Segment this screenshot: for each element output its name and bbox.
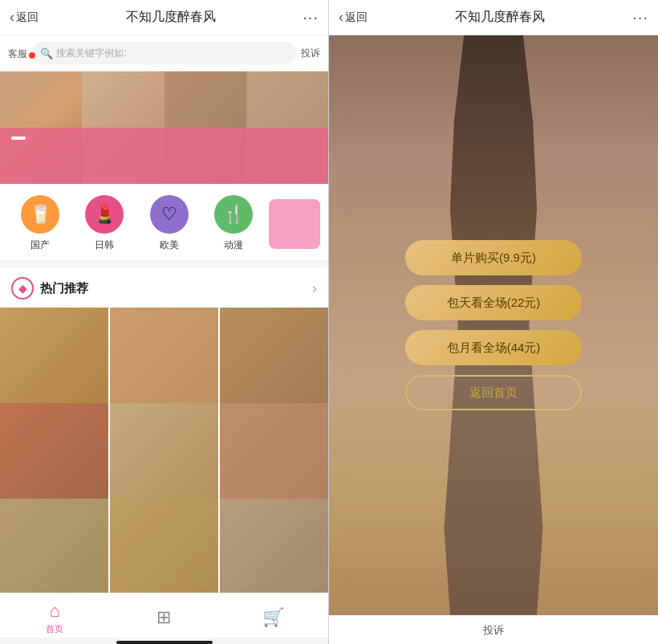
content-grid (0, 308, 328, 593)
category-label-domestic: 国产 (30, 238, 50, 252)
category-item-western[interactable]: ♡ 欧美 (136, 195, 201, 252)
home-tab-label: 首页 (46, 623, 63, 635)
notification-dot (29, 52, 35, 59)
grid-cell-1[interactable] (0, 308, 108, 416)
left-back-label: 返回 (16, 10, 39, 25)
category-icon-anime: 🍴 (214, 195, 253, 234)
left-nav-more[interactable]: ··· (303, 8, 319, 26)
category-tab-icon: ⊞ (156, 607, 171, 628)
right-nav-more[interactable]: ··· (632, 8, 648, 26)
return-home-label: 返回首页 (469, 385, 518, 401)
right-nav-bar: ‹ 返回 不知几度醉春风 ··· (329, 0, 658, 35)
banner-area (0, 71, 328, 184)
left-nav-bar: ‹ 返回 不知几度醉春风 ··· (0, 0, 328, 35)
banner-pink-overlay (0, 128, 328, 184)
tab-category[interactable]: ⊞ (109, 602, 218, 630)
customer-service-label[interactable]: 客服 (8, 48, 27, 59)
tab-bar: ⌂ 首页 ⊞ 🛒 (0, 593, 328, 638)
category-icon-western: ♡ (150, 195, 189, 234)
right-bottom-bar: 投诉 (329, 615, 658, 644)
return-home-button[interactable]: 返回首页 (405, 375, 582, 410)
monthly-purchase-button[interactable]: 包月看全场(44元) (405, 330, 582, 365)
section-title-text: 热门推荐 (40, 281, 88, 296)
grid-cell-9[interactable] (220, 499, 328, 593)
section-header: ◆ 热门推荐 › (0, 267, 328, 308)
left-back-chevron: ‹ (10, 9, 14, 26)
right-phone: ‹ 返回 不知几度醉春风 ··· 单片购买(9.9元) 包天看全场(22元) 包… (329, 0, 658, 644)
category-label-western: 欧美 (160, 238, 179, 252)
search-placeholder: 搜索关键字例如: (56, 47, 126, 60)
category-item-japanese[interactable]: 💄 日韩 (72, 195, 136, 252)
section-title-row: ◆ 热门推荐 (11, 277, 88, 300)
right-back-chevron: ‹ (339, 9, 343, 26)
left-nav-title: 不知几度醉春风 (126, 9, 216, 26)
right-main-content: 单片购买(9.9元) 包天看全场(22元) 包月看全场(44元) 返回首页 (329, 35, 658, 615)
cart-tab-icon: 🛒 (262, 607, 284, 628)
category-row: 🥛 国产 💄 日韩 ♡ 欧美 🍴 动漫 (0, 184, 328, 261)
home-indicator-bar (116, 641, 213, 644)
category-pink-box (269, 199, 320, 249)
grid-cell-6[interactable] (220, 403, 328, 512)
home-tab-icon: ⌂ (50, 601, 60, 622)
left-back-button[interactable]: ‹ 返回 (10, 9, 39, 26)
right-complaint-label[interactable]: 投诉 (483, 623, 504, 638)
right-back-label: 返回 (345, 10, 368, 25)
category-item-anime[interactable]: 🍴 动漫 (201, 195, 266, 252)
grid-cell-8[interactable] (110, 499, 218, 593)
diamond-icon: ◆ (11, 277, 34, 300)
category-icon-domestic: 🥛 (21, 195, 59, 234)
grid-cell-7[interactable] (0, 499, 108, 593)
left-phone: ‹ 返回 不知几度醉春风 ··· 客服 🔍 搜索关键字例如: 投诉 🥛 (0, 0, 329, 644)
category-label-anime: 动漫 (224, 238, 243, 252)
tab-home[interactable]: ⌂ 首页 (0, 596, 109, 635)
grid-cell-2[interactable] (110, 308, 218, 416)
tab-cart[interactable]: 🛒 (219, 602, 328, 630)
top-complaint-button[interactable]: 投诉 (301, 47, 320, 60)
right-nav-title: 不知几度醉春风 (455, 9, 545, 26)
category-icon-japanese: 💄 (85, 195, 124, 234)
search-bar-row: 客服 🔍 搜索关键字例如: 投诉 (0, 35, 328, 71)
daily-purchase-button[interactable]: 包天看全场(22元) (405, 285, 582, 320)
right-back-button[interactable]: ‹ 返回 (339, 9, 368, 26)
category-item-domestic[interactable]: 🥛 国产 (8, 195, 72, 252)
grid-cell-4[interactable] (0, 403, 108, 512)
search-icon: 🔍 (40, 47, 53, 59)
category-label-japanese: 日韩 (95, 238, 114, 252)
section-arrow[interactable]: › (312, 280, 317, 297)
search-input-wrap[interactable]: 🔍 搜索关键字例如: (32, 42, 296, 64)
single-purchase-button[interactable]: 单片购买(9.9元) (405, 240, 582, 275)
purchase-overlay: 单片购买(9.9元) 包天看全场(22元) 包月看全场(44元) 返回首页 (329, 35, 658, 615)
grid-cell-3[interactable] (220, 308, 328, 416)
grid-cell-5[interactable] (110, 403, 218, 512)
banner-dot-indicator (11, 137, 26, 140)
